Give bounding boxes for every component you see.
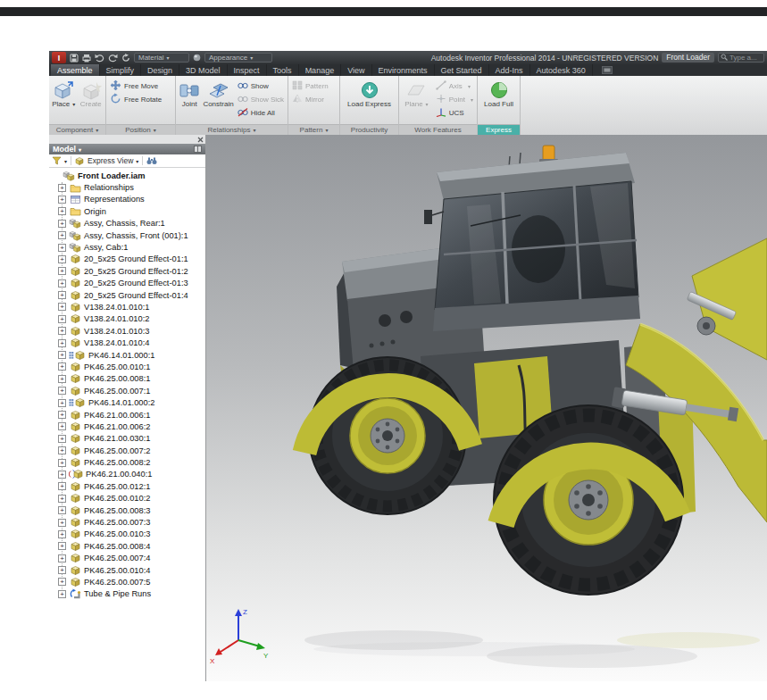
tab-inspect[interactable]: Inspect [228, 64, 267, 76]
tree-item[interactable]: +20_5x25 Ground Effect-01:2 [49, 265, 205, 277]
tree-item[interactable]: Front Loader.iam [49, 170, 205, 181]
tree-item[interactable]: +PK46.25.00.010:1 [49, 361, 205, 372]
expander-icon[interactable]: + [58, 554, 66, 562]
tree-item[interactable]: +PK46.25.00.007:2 [49, 445, 205, 456]
expander-icon[interactable]: + [58, 220, 66, 228]
tree-item[interactable]: +Assy, Cab:1 [49, 241, 205, 253]
search-binoculars-icon[interactable] [146, 156, 157, 165]
tab-manage[interactable]: Manage [299, 64, 342, 76]
tree-item[interactable]: +PK46.25.00.007:3 [49, 516, 205, 528]
free-rotate-button[interactable]: Free Rotate [108, 93, 163, 106]
tree-item[interactable]: +PK46.21.00.040:1 [49, 469, 205, 480]
tree-item[interactable]: +PK46.25.00.008:3 [49, 504, 205, 516]
panel-label-productivity[interactable]: Productivity [340, 124, 398, 135]
tree-item[interactable]: +PK46.14.01.000:2 [49, 396, 205, 408]
expander-icon[interactable]: + [58, 291, 66, 299]
joint-button[interactable]: Joint [178, 78, 201, 109]
expander-icon[interactable]: + [58, 362, 66, 371]
expander-icon[interactable]: + [58, 231, 66, 239]
tab-assemble[interactable]: Assemble [51, 64, 100, 76]
expander-icon[interactable]: + [58, 327, 66, 335]
browser-close-icon[interactable] [197, 137, 204, 143]
expander-icon[interactable]: + [58, 196, 66, 204]
expander-icon[interactable]: + [58, 459, 66, 467]
viewport[interactable]: Z X Y [206, 135, 767, 681]
search-box[interactable]: Type a... [718, 53, 764, 62]
tree-item[interactable]: +PK46.25.00.007:4 [49, 553, 205, 564]
tree-item[interactable]: +Assy, Chassis, Front (001):1 [49, 229, 205, 241]
tree-item[interactable]: +PK46.25.00.012:1 [49, 480, 205, 492]
expander-icon[interactable]: + [58, 566, 66, 574]
tree-item[interactable]: +PK46.25.00.010:4 [49, 564, 205, 576]
expander-icon[interactable]: + [58, 471, 66, 479]
expander-icon[interactable]: + [58, 207, 66, 215]
tree-item[interactable]: +PK46.25.00.007:1 [49, 385, 205, 396]
tree-item[interactable]: +PK46.25.00.010:2 [49, 493, 205, 504]
tab-design[interactable]: Design [141, 64, 179, 76]
expander-icon[interactable]: + [58, 422, 66, 430]
tab-simplify[interactable]: Simplify [100, 64, 142, 76]
tab-autodesk-360[interactable]: Autodesk 360 [530, 64, 593, 76]
hide-all-button[interactable]: Hide All [236, 106, 286, 120]
panel-label-express[interactable]: Express [478, 124, 520, 135]
filter-icon[interactable] [52, 156, 67, 165]
panel-label-relationships[interactable]: Relationships [176, 124, 288, 135]
tree-item[interactable]: +PK46.14.01.000:1 [49, 349, 205, 361]
tree-item[interactable]: +Tube & Pipe Runs [49, 588, 205, 600]
material-dropdown[interactable]: Material [134, 53, 189, 62]
panel-label-component[interactable]: Component [49, 124, 105, 135]
tree-item[interactable]: +Representations [49, 194, 205, 205]
panel-label-pattern[interactable]: Pattern [288, 124, 339, 135]
expander-icon[interactable]: + [58, 399, 66, 407]
expander-icon[interactable]: + [58, 279, 66, 288]
tree-item[interactable]: +V138.24.01.010:4 [49, 337, 205, 348]
undo-icon[interactable] [95, 54, 104, 62]
tab-environments[interactable]: Environments [372, 64, 435, 76]
expander-icon[interactable]: + [58, 267, 66, 275]
inventor-logo-icon[interactable]: I [52, 52, 66, 63]
load-express-button[interactable]: Load Express [346, 78, 393, 109]
tree-item[interactable]: +20_5x25 Ground Effect-01:4 [49, 289, 205, 301]
save-icon[interactable] [70, 54, 79, 62]
expander-icon[interactable]: + [58, 244, 66, 252]
load-full-button[interactable]: Load Full [479, 78, 518, 109]
tree-item[interactable]: +PK46.25.00.007:5 [49, 576, 205, 588]
expander-icon[interactable]: + [58, 495, 66, 503]
constrain-button[interactable]: Constrain [203, 78, 233, 109]
tree-item[interactable]: +V138.24.01.010:2 [49, 313, 205, 325]
tree-item[interactable]: +PK46.25.00.008:1 [49, 373, 205, 385]
appearance-dropdown[interactable]: Appearance [204, 53, 272, 62]
expander-icon[interactable]: + [58, 375, 66, 383]
tree-item[interactable]: +Assy, Chassis, Rear:1 [49, 218, 205, 229]
tab-view[interactable]: View [341, 64, 371, 76]
panel-label-position[interactable]: Position [106, 124, 175, 135]
expander-icon[interactable]: + [58, 411, 66, 419]
tree-item[interactable]: +Origin [49, 205, 205, 217]
expander-icon[interactable]: + [58, 542, 66, 550]
tab-3d-model[interactable]: 3D Model [179, 64, 228, 76]
tree-item[interactable]: +PK46.25.00.008:2 [49, 456, 205, 468]
expander-icon[interactable]: + [58, 351, 66, 359]
tree-item[interactable]: +20_5x25 Ground Effect-01:1 [49, 254, 205, 265]
expander-icon[interactable]: + [58, 184, 66, 192]
expander-icon[interactable]: + [58, 435, 66, 443]
tab-tools[interactable]: Tools [267, 64, 299, 76]
tree-item[interactable]: +PK46.21.00.030:1 [49, 433, 205, 445]
expander-icon[interactable]: + [58, 519, 66, 527]
expander-icon[interactable]: + [58, 530, 66, 538]
expander-icon[interactable]: + [58, 387, 66, 395]
expander-icon[interactable]: + [58, 446, 66, 454]
tab-get-started[interactable]: Get Started [435, 64, 489, 76]
expander-icon[interactable]: + [58, 303, 66, 311]
expander-icon[interactable]: + [58, 315, 66, 323]
refresh-icon[interactable] [121, 54, 130, 62]
tree-item[interactable]: +PK46.25.00.008:4 [49, 540, 205, 552]
tree-item[interactable]: +PK46.21.00.006:2 [49, 421, 205, 432]
print-icon[interactable] [82, 54, 91, 62]
expander-icon[interactable]: + [58, 506, 66, 514]
redo-icon[interactable] [108, 54, 118, 62]
show-button[interactable]: Show [236, 79, 286, 93]
expander-icon[interactable]: + [58, 482, 66, 490]
expander-icon[interactable]: + [58, 339, 66, 347]
tree-item[interactable]: +V138.24.01.010:3 [49, 325, 205, 337]
